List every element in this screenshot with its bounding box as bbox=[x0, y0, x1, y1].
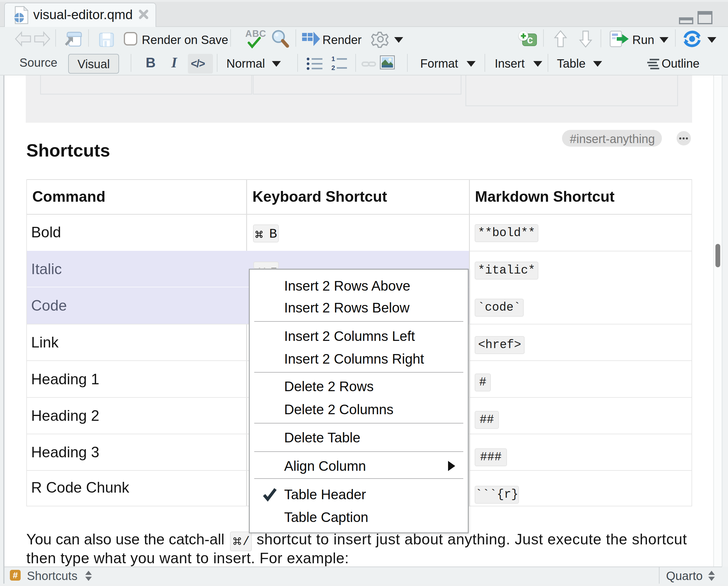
svg-text:1: 1 bbox=[331, 55, 335, 63]
svg-text:2: 2 bbox=[331, 64, 335, 72]
